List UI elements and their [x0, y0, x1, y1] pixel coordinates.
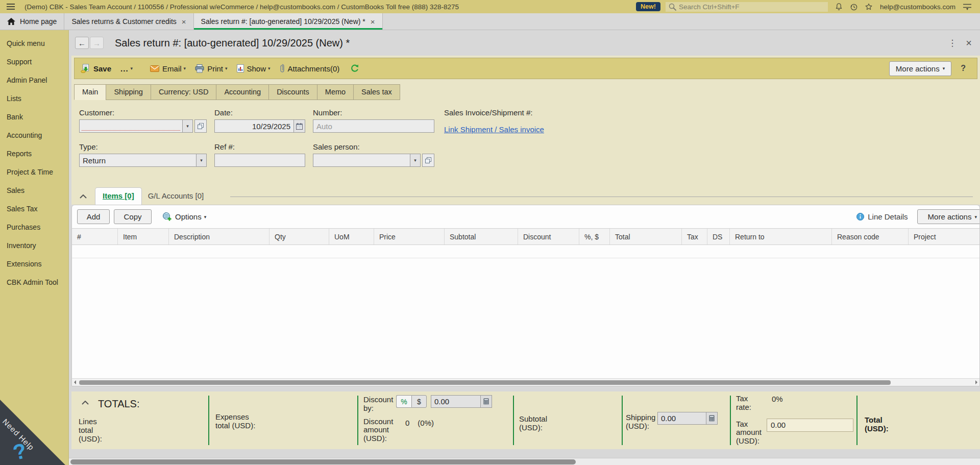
need-help-ribbon[interactable]: Need Help ? — [0, 400, 65, 465]
page-menu-dots-icon[interactable]: ⋮ — [942, 38, 963, 48]
column-header-qty[interactable]: Qty — [270, 229, 329, 244]
form-tab-shipping[interactable]: Shipping — [106, 84, 150, 100]
salesperson-input[interactable] — [313, 154, 410, 166]
sidebar-item-purchases[interactable]: Purchases — [0, 218, 68, 236]
column-header-project[interactable]: Project — [909, 229, 979, 244]
link-shipment-link[interactable]: Link Shipment / Sales invoice — [444, 125, 544, 134]
forward-button[interactable]: → — [90, 37, 104, 49]
salesperson-combobox[interactable]: ▾ — [313, 154, 421, 167]
discount-dollar-button[interactable]: $ — [411, 395, 427, 408]
back-button[interactable]: ← — [75, 37, 89, 49]
discount-percent-button[interactable]: % — [396, 395, 411, 408]
collapse-totals-icon[interactable] — [79, 397, 92, 409]
favorites-star-icon[interactable] — [865, 3, 873, 11]
sidebar-item-sales[interactable]: Sales — [0, 181, 68, 200]
main-menu-icon[interactable] — [6, 3, 17, 10]
copy-row-button[interactable]: Copy — [114, 209, 152, 224]
customer-input[interactable] — [80, 120, 182, 132]
scrollbar-thumb[interactable] — [70, 459, 576, 464]
tab-close-icon[interactable]: × — [371, 17, 375, 26]
date-field[interactable]: 10/29/2025 — [214, 119, 305, 133]
email-button[interactable]: Email ▾ — [150, 64, 186, 73]
calculator-icon[interactable] — [480, 396, 492, 407]
shipping-input[interactable]: 0.00 — [657, 412, 718, 425]
sidebar-item-inventory[interactable]: Inventory — [0, 236, 68, 255]
salesperson-open-button[interactable] — [422, 154, 434, 167]
column-header-uom[interactable]: UoM — [329, 229, 374, 244]
topbar-menu-icon[interactable]: ▾ — [963, 4, 972, 10]
tab-items[interactable]: Items [0] — [95, 187, 142, 205]
print-button[interactable]: Print ▾ — [195, 64, 227, 73]
customer-combobox[interactable]: ▾ — [79, 119, 193, 133]
tab-close-icon[interactable]: × — [182, 17, 186, 26]
salesperson-dropdown-icon[interactable]: ▾ — [410, 154, 420, 166]
sidebar-item-sales-tax[interactable]: Sales Tax — [0, 200, 68, 218]
sidebar-item-bank[interactable]: Bank — [0, 108, 68, 126]
tab-gl-accounts[interactable]: G/L Accounts [0] — [142, 188, 210, 205]
calendar-icon[interactable] — [293, 120, 305, 132]
window-horizontal-scrollbar[interactable] — [69, 458, 980, 465]
form-tab-currency-usd[interactable]: Currency: USD — [151, 84, 216, 100]
refresh-button[interactable] — [351, 64, 362, 72]
column-header-tax[interactable]: Tax — [682, 229, 707, 244]
browser-tab-sales-return-auto-generated-10-29-2025-new[interactable]: Sales return #: [auto-generated] 10/29/2… — [194, 13, 383, 30]
scroll-right-icon[interactable] — [975, 380, 977, 384]
sidebar-item-cbk-admin-tool[interactable]: CBK Admin Tool — [0, 273, 68, 291]
items-more-actions-button[interactable]: More actions ▾ — [917, 209, 980, 224]
notifications-bell-icon[interactable] — [835, 3, 843, 11]
form-tab-main[interactable]: Main — [74, 84, 106, 100]
more-actions-button[interactable]: More actions ▾ — [889, 61, 951, 76]
customer-dropdown-icon[interactable]: ▾ — [182, 120, 192, 132]
sidebar-item-project-time[interactable]: Project & Time — [0, 163, 68, 181]
ref-input[interactable] — [214, 154, 305, 167]
scrollbar-thumb[interactable] — [79, 380, 891, 385]
column-header-subtotal[interactable]: Subtotal — [445, 229, 518, 244]
column-header-discount[interactable]: Discount — [518, 229, 579, 244]
page-close-icon[interactable]: × — [963, 37, 980, 49]
sidebar-item-admin-panel[interactable]: Admin Panel — [0, 71, 68, 89]
line-details-button[interactable]: Line Details — [856, 212, 908, 221]
items-table-body[interactable] — [72, 258, 979, 378]
type-select[interactable]: Return ▾ — [79, 154, 207, 167]
help-button[interactable]: ? — [961, 64, 966, 73]
form-tab-memo[interactable]: Memo — [317, 84, 353, 100]
sidebar-item-support[interactable]: Support — [0, 53, 68, 71]
save-more-button[interactable]: ... ▾ — [120, 64, 133, 73]
form-tab-sales-tax[interactable]: Sales tax — [353, 84, 400, 100]
form-tab-discounts[interactable]: Discounts — [268, 84, 317, 100]
sidebar-item-extensions[interactable]: Extensions — [0, 255, 68, 273]
save-button[interactable]: Save — [81, 64, 111, 73]
attachments-button[interactable]: Attachments(0) — [280, 64, 340, 73]
add-row-button[interactable]: Add — [77, 209, 110, 224]
help-email-link[interactable]: help@custombooks.com — [880, 3, 955, 11]
sidebar-item-quick-menu[interactable]: Quick menu — [0, 34, 68, 53]
discount-by-input[interactable]: 0.00 — [431, 395, 492, 408]
number-field[interactable]: Auto — [313, 119, 434, 133]
column-header-description[interactable]: Description — [169, 229, 270, 244]
column-header-[interactable]: %, $ — [579, 229, 610, 244]
column-header-item[interactable]: Item — [118, 229, 169, 244]
items-empty-row[interactable] — [72, 245, 979, 258]
search-input[interactable]: Search Ctrl+Shift+F — [666, 2, 828, 12]
type-dropdown-icon[interactable]: ▾ — [196, 154, 206, 166]
sidebar-item-accounting[interactable]: Accounting — [0, 126, 68, 144]
number-input[interactable]: Auto — [313, 120, 434, 132]
column-header-[interactable]: # — [72, 229, 118, 244]
column-header-ds[interactable]: DS — [707, 229, 730, 244]
browser-tab-home-page[interactable]: Home page — [0, 13, 64, 30]
collapse-items-icon[interactable] — [77, 190, 90, 203]
history-icon[interactable] — [850, 3, 857, 11]
sidebar-item-lists[interactable]: Lists — [0, 89, 68, 108]
tax-amount-input[interactable]: 0.00 — [767, 419, 853, 432]
form-tab-accounting[interactable]: Accounting — [216, 84, 268, 100]
date-value[interactable]: 10/29/2025 — [215, 120, 293, 132]
show-button[interactable]: Show ▾ — [237, 64, 271, 73]
items-horizontal-scrollbar[interactable] — [72, 378, 979, 386]
new-badge[interactable]: New! — [636, 2, 660, 11]
ref-value[interactable] — [215, 154, 305, 166]
browser-tab-sales-returns-customer-credits[interactable]: Sales returns & Customer credits× — [64, 13, 193, 30]
column-header-total[interactable]: Total — [610, 229, 682, 244]
column-header-reason-code[interactable]: Reason code — [832, 229, 909, 244]
scroll-left-icon[interactable] — [74, 380, 76, 384]
sidebar-item-reports[interactable]: Reports — [0, 144, 68, 163]
